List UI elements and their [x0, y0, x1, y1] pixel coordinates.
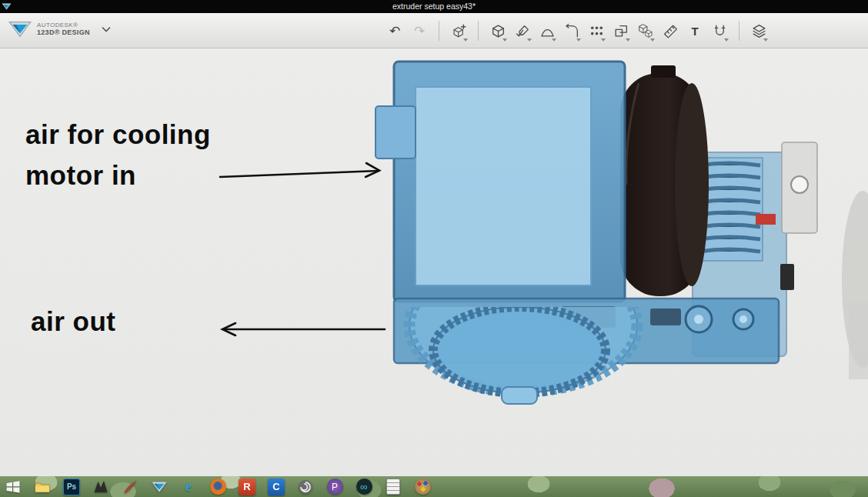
measure-ruler-icon — [663, 23, 679, 39]
annotation-air-out: air out — [31, 301, 115, 342]
dropdown-caret-icon — [576, 38, 581, 42]
title-bar: extruder setup easy43* — [0, 0, 868, 13]
material-button[interactable] — [749, 19, 770, 42]
extruder-3d-model[interactable] — [376, 62, 817, 404]
p-app-button[interactable]: P — [326, 479, 343, 495]
brand-line1: AUTODESK® — [37, 22, 90, 28]
dropdown-caret-icon — [502, 38, 507, 42]
sketch-pencil-icon — [515, 23, 531, 39]
toolbar-separator — [439, 21, 439, 41]
dropdown-caret-icon — [463, 38, 468, 42]
app-menu-chevron-icon[interactable] — [101, 25, 112, 33]
infinity-icon: ∞ — [356, 479, 372, 495]
redo-button[interactable]: ↷ — [409, 19, 430, 42]
start-button[interactable] — [5, 479, 22, 495]
123d-design-logo-icon — [8, 18, 32, 41]
dropdown-caret-icon — [724, 38, 729, 42]
brand-text: AUTODESK® 123D® DESIGN — [37, 22, 90, 37]
palette-icon — [415, 479, 431, 495]
photoshop-icon: Ps — [63, 479, 80, 495]
infinity-app-button[interactable]: ∞ — [356, 479, 372, 495]
brush-app-button[interactable] — [122, 479, 139, 495]
photoshop-button[interactable]: Ps — [63, 479, 80, 495]
annotation-line: air out — [31, 301, 115, 342]
pattern-dots-icon — [589, 23, 605, 39]
p-app-icon: P — [327, 479, 343, 495]
transform-button[interactable] — [449, 19, 469, 42]
internet-explorer-icon: e — [185, 479, 192, 495]
brand-line2: 123D® DESIGN — [37, 28, 90, 36]
transform-icon — [451, 23, 467, 39]
file-explorer-button[interactable] — [34, 479, 51, 495]
annotation-arrows — [220, 163, 385, 335]
document-title: extruder setup easy43* — [0, 0, 868, 13]
taskbar-items: Ps e R — [0, 476, 868, 497]
dropdown-caret-icon — [763, 38, 768, 42]
3d-viewport[interactable]: air for cooling motor in air out — [0, 48, 868, 476]
swirl-app-button[interactable] — [297, 479, 314, 495]
grouping-button[interactable] — [611, 19, 632, 42]
main-toolbar: AUTODESK® 123D® DESIGN ↶ ↷ — [0, 13, 868, 48]
background-shadow — [842, 191, 868, 379]
grouping-icon — [613, 23, 629, 39]
combine-cubes-icon — [638, 23, 654, 39]
redo-icon: ↷ — [414, 23, 425, 39]
internet-explorer-button[interactable]: e — [180, 479, 197, 495]
red-clip — [756, 214, 776, 225]
toolbar-separator — [739, 21, 739, 41]
modify-fillet-icon — [564, 23, 580, 39]
c-app-icon: C — [268, 479, 285, 495]
123d-design-icon — [151, 479, 168, 495]
snap-magnet-icon — [712, 23, 728, 39]
material-layers-icon — [751, 23, 767, 39]
gear-hub — [502, 387, 537, 404]
r-app-button[interactable]: R — [239, 479, 255, 495]
undo-button[interactable]: ↶ — [385, 19, 406, 42]
windows-taskbar: Ps e R — [0, 476, 868, 497]
modify-button[interactable] — [562, 19, 583, 42]
folder-icon — [34, 479, 51, 495]
swirl-icon — [297, 479, 314, 495]
primitives-button[interactable] — [488, 19, 509, 42]
snap-button[interactable] — [709, 19, 730, 42]
dropdown-caret-icon — [650, 38, 655, 42]
r-app-icon: R — [239, 479, 255, 495]
application-window: extruder setup easy43* AUTODESK® 123D® D… — [0, 0, 868, 497]
dropdown-caret-icon — [552, 38, 556, 42]
notes-app-button[interactable] — [385, 479, 402, 495]
construct-button[interactable] — [537, 19, 558, 42]
firefox-icon — [210, 479, 226, 495]
brand-block: AUTODESK® 123D® DESIGN — [8, 18, 112, 41]
windows-flag-icon — [5, 479, 22, 495]
annotation-line: motor in — [25, 155, 211, 195]
dropdown-caret-icon — [601, 38, 606, 42]
annotation-air-in: air for cooling motor in — [25, 114, 211, 195]
dark-app-button[interactable] — [92, 479, 109, 495]
sketch-button[interactable] — [512, 19, 533, 42]
text-tool-icon: T — [691, 25, 698, 38]
dark-wings-icon — [92, 479, 109, 495]
notes-icon — [386, 479, 400, 495]
annotation-line: air for cooling — [25, 114, 211, 155]
air-in-arrow — [220, 171, 379, 177]
123d-design-button[interactable] — [151, 479, 168, 495]
measure-button[interactable] — [660, 19, 681, 42]
paintbrush-icon — [122, 479, 139, 495]
dropdown-caret-icon — [527, 38, 532, 42]
toolbar-separator — [478, 21, 479, 41]
primitives-cube-icon — [490, 23, 506, 39]
dropdown-caret-icon — [626, 38, 630, 42]
palette-app-button[interactable] — [414, 479, 431, 495]
viewport-graphics — [0, 48, 868, 476]
toolbar-tools: ↶ ↷ — [382, 18, 771, 43]
firefox-button[interactable] — [209, 479, 226, 495]
combine-button[interactable] — [636, 19, 656, 42]
app-corner-icon — [2, 2, 12, 12]
text-tool-button[interactable]: T — [685, 19, 706, 42]
undo-icon: ↶ — [389, 23, 400, 39]
construct-loft-icon — [539, 23, 556, 39]
pattern-button[interactable] — [586, 19, 607, 42]
motor-cylinder — [620, 65, 709, 296]
c-app-button[interactable]: C — [268, 479, 285, 495]
